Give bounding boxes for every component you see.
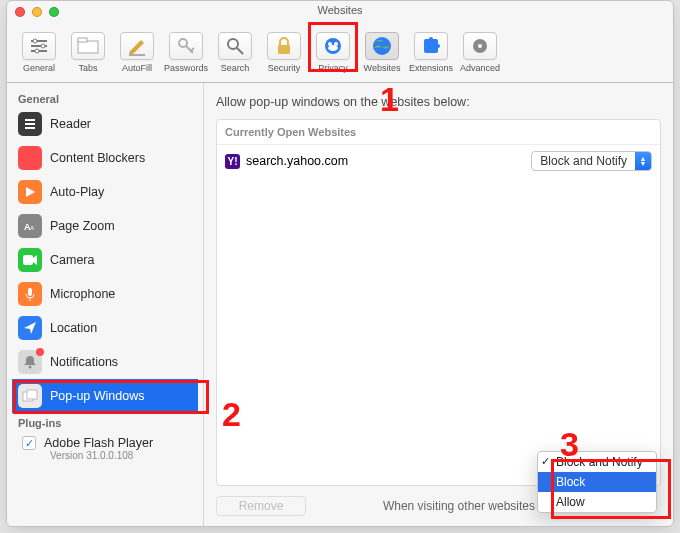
svg-point-26 (478, 44, 482, 48)
svg-rect-15 (278, 45, 290, 54)
svg-point-39 (29, 366, 32, 369)
remove-button: Remove (216, 496, 306, 516)
sidebar-item-location[interactable]: Location (12, 311, 198, 345)
sidebar-item-label: Pop-up Windows (50, 389, 145, 403)
main-heading: Allow pop-up windows on the websites bel… (216, 95, 661, 109)
sidebar-item-label: Location (50, 321, 97, 335)
advanced-icon (463, 32, 497, 60)
sidebar-item-content-blk[interactable]: Content Blockers (12, 141, 198, 175)
svg-rect-36 (28, 288, 32, 296)
sidebar-item-notifications[interactable]: Notifications (12, 345, 198, 379)
general-icon (22, 32, 56, 60)
svg-marker-35 (33, 255, 37, 265)
extensions-icon (414, 32, 448, 60)
checkbox-icon[interactable]: ✓ (22, 436, 36, 450)
zoom-icon: AA (18, 214, 42, 238)
svg-point-18 (328, 42, 332, 46)
badge-dot-icon (36, 348, 44, 356)
sidebar-item-label: Microphone (50, 287, 115, 301)
favicon-icon: Y! (225, 154, 240, 169)
sidebar-item-sublabel: Version 31.0.0.108 (50, 450, 198, 466)
svg-point-4 (41, 44, 45, 48)
toolbar: GeneralTabsAutoFillPasswordsSearchSecuri… (7, 21, 673, 83)
toolbar-tabs[interactable]: Tabs (64, 30, 112, 75)
svg-rect-21 (424, 39, 438, 53)
location-icon (18, 316, 42, 340)
svg-point-5 (35, 49, 39, 53)
svg-rect-29 (25, 127, 35, 129)
svg-point-20 (373, 37, 391, 55)
sidebar-item-microphone[interactable]: Microphone (12, 277, 198, 311)
sidebar-item-label: Content Blockers (50, 151, 145, 165)
svg-rect-7 (78, 38, 87, 42)
toolbar-security[interactable]: Security (260, 30, 308, 75)
traffic-lights (15, 7, 59, 17)
svg-point-19 (334, 42, 338, 46)
autofill-icon (120, 32, 154, 60)
search-icon (218, 32, 252, 60)
sidebar-item-label: Reader (50, 117, 91, 131)
select-label: Block and Notify (532, 154, 635, 168)
titlebar: Websites (7, 1, 673, 21)
sidebar-item-label: Auto-Play (50, 185, 104, 199)
other-websites-label: When visiting other websites (383, 499, 535, 513)
toolbar-general[interactable]: General (15, 30, 63, 75)
currently-open-header: Currently Open Websites (217, 120, 660, 145)
sidebar-item-label: Page Zoom (50, 219, 115, 233)
sidebar-section-header: General (12, 89, 198, 107)
websites-icon (365, 32, 399, 60)
svg-point-13 (228, 39, 238, 49)
sidebar-item-label: Camera (50, 253, 94, 267)
svg-marker-31 (26, 187, 35, 197)
sidebar-item-label: Adobe Flash Player (44, 436, 153, 450)
dropdown-option[interactable]: Allow (538, 492, 656, 512)
stop-icon (18, 146, 42, 170)
svg-rect-27 (25, 119, 35, 121)
sidebar-item-camera[interactable]: Camera (12, 243, 198, 277)
sidebar-section-header: Plug-ins (12, 413, 198, 431)
play-icon (18, 180, 42, 204)
dropdown-option[interactable]: Block (538, 472, 656, 492)
toolbar-search[interactable]: Search (211, 30, 259, 75)
svg-rect-41 (27, 390, 37, 399)
website-domain: search.yahoo.com (246, 154, 348, 168)
sidebar-item-pagezoom[interactable]: AAPage Zoom (12, 209, 198, 243)
svg-rect-28 (25, 123, 35, 125)
sidebar-item-autoplay[interactable]: Auto-Play (12, 175, 198, 209)
other-websites-dropdown[interactable]: Block and NotifyBlockAllow (537, 451, 657, 513)
bell-icon (18, 350, 42, 374)
svg-line-12 (191, 48, 194, 51)
svg-rect-34 (23, 255, 33, 265)
sidebar: GeneralReaderContent BlockersAuto-PlayAA… (7, 83, 204, 526)
svg-point-22 (429, 37, 433, 41)
sidebar-item-popups[interactable]: Pop-up Windows (12, 379, 198, 413)
sidebar-item-reader[interactable]: Reader (12, 107, 198, 141)
svg-rect-6 (78, 41, 98, 53)
toolbar-websites[interactable]: Websites (358, 30, 406, 75)
svg-marker-30 (23, 151, 37, 165)
svg-text:A: A (30, 225, 34, 231)
camera-icon (18, 248, 42, 272)
tabs-icon (71, 32, 105, 60)
svg-point-23 (436, 44, 440, 48)
website-row[interactable]: Y! search.yahoo.com Block and Notify ▲▼ (217, 145, 660, 177)
privacy-icon (316, 32, 350, 60)
dropdown-option[interactable]: Block and Notify (538, 452, 656, 472)
zoom-icon[interactable] (49, 7, 59, 17)
mic-icon (18, 282, 42, 306)
reader-icon (18, 112, 42, 136)
svg-line-14 (237, 48, 243, 54)
close-icon[interactable] (15, 7, 25, 17)
website-policy-select[interactable]: Block and Notify ▲▼ (531, 151, 652, 171)
sidebar-item-label: Notifications (50, 355, 118, 369)
toolbar-extensions[interactable]: Extensions (407, 30, 455, 75)
minimize-icon[interactable] (32, 7, 42, 17)
preferences-window: Websites GeneralTabsAutoFillPasswordsSea… (6, 0, 674, 527)
toolbar-passwords[interactable]: Passwords (162, 30, 210, 75)
website-list-frame: Currently Open Websites Y! search.yahoo.… (216, 119, 661, 486)
toolbar-privacy[interactable]: Privacy (309, 30, 357, 75)
toolbar-autofill[interactable]: AutoFill (113, 30, 161, 75)
svg-point-10 (179, 39, 187, 47)
toolbar-advanced[interactable]: Advanced (456, 30, 504, 75)
window-title: Websites (317, 4, 362, 16)
